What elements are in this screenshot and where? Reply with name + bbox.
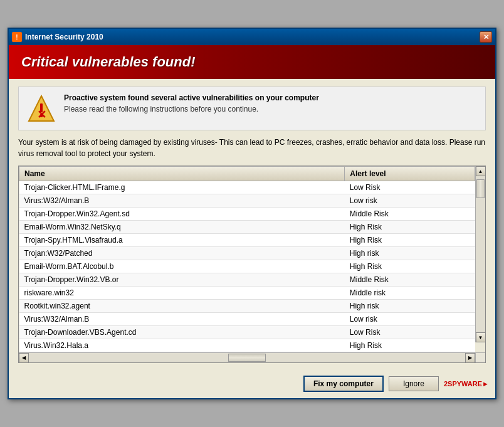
threat-name: Trojan-Dropper.Win32.Agent.sd [19, 208, 345, 221]
alert-level: High risk [345, 300, 475, 313]
alert-level: Low risk [345, 194, 475, 208]
scroll-right-arrow[interactable]: ▶ [465, 353, 475, 363]
table-row: Trojan-Dropper.Win32.VB.orMiddle Risk [19, 273, 475, 287]
watermark-brand: SPYWAR [448, 380, 478, 387]
watermark: 2SPYWARE► [444, 380, 489, 387]
threat-name: Virus:W32/Alman.B [19, 194, 345, 208]
threat-name: Trojan-Dropper.Win32.VB.or [19, 273, 345, 287]
threat-name: Trojan-Clicker.HTML.IFrame.g [19, 181, 345, 194]
table-header-row: Name Alert level [19, 167, 475, 181]
scroll-left-arrow[interactable]: ◀ [19, 353, 29, 363]
alert-level: Middle risk [345, 287, 475, 300]
threats-table: Name Alert level Trojan-Clicker.HTML.IFr… [19, 166, 475, 352]
main-window: ! Internet Security 2010 ✕ Critical vuln… [8, 28, 496, 399]
header-title: Critical vulnerables found! [21, 54, 483, 70]
content-area: ✕ Proactive system found several active … [9, 79, 495, 371]
table-row: Virus:W32/Alman.BLow risk [19, 313, 475, 326]
scroll-down-arrow[interactable]: ▼ [476, 332, 486, 342]
alert-level: Middle Risk [345, 273, 475, 287]
threat-name: Trojan-Spy.HTML.Visafraud.a [19, 234, 345, 247]
warning-icon: ✕ [26, 93, 56, 124]
alert-level: High risk [345, 247, 475, 260]
alert-level: High Risk [345, 339, 475, 352]
warning-main-text: Proactive system found several active vu… [64, 93, 319, 102]
scroll-track-vertical[interactable] [476, 176, 485, 332]
close-button[interactable]: ✕ [480, 31, 492, 43]
horizontal-scrollbar[interactable]: ◀ ▶ [19, 352, 485, 362]
table-row: Email-Worm.Win32.NetSky.qHigh Risk [19, 221, 475, 234]
col-alert-header: Alert level [345, 167, 475, 181]
fix-computer-button[interactable]: Fix my computer [303, 376, 384, 392]
alert-level: Low risk [345, 313, 475, 326]
warning-box: ✕ Proactive system found several active … [18, 87, 486, 130]
scroll-thumb-horizontal[interactable] [228, 354, 266, 362]
alert-level: High Risk [345, 221, 475, 234]
app-icon: ! [12, 32, 22, 42]
scroll-corner [475, 353, 485, 363]
table-row: Trojan-Spy.HTML.Visafraud.aHigh Risk [19, 234, 475, 247]
table-row: Virus:W32/Alman.BLow risk [19, 194, 475, 208]
button-bar: Fix my computer Ignore 2SPYWARE► [9, 371, 495, 398]
risk-description: Your system is at risk of being damaged … [18, 137, 486, 159]
threat-name: Email-Worm.BAT.Alcobul.b [19, 260, 345, 273]
col-name-header: Name [19, 167, 345, 181]
watermark-suffix: E► [478, 380, 489, 387]
threat-name: riskware.win32 [19, 287, 345, 300]
svg-text:✕: ✕ [37, 108, 46, 121]
threat-rows: Trojan-Clicker.HTML.IFrame.gLow RiskViru… [19, 181, 475, 352]
table-row: Trojan:W32/PatchedHigh risk [19, 247, 475, 260]
threat-name: Rootkit.win32.agent [19, 300, 345, 313]
alert-level: High Risk [345, 234, 475, 247]
window-title: Internet Security 2010 [25, 33, 103, 41]
threat-name: Virus.Win32.Hala.a [19, 339, 345, 352]
alert-level: Low Risk [345, 181, 475, 194]
vertical-scrollbar[interactable]: ▲ ▼ [475, 166, 485, 342]
alert-header: Critical vulnerables found! [9, 45, 495, 79]
table-row: Rootkit.win32.agentHigh risk [19, 300, 475, 313]
table-row: riskware.win32Middle risk [19, 287, 475, 300]
scroll-thumb-vertical[interactable] [476, 179, 485, 198]
scroll-up-arrow[interactable]: ▲ [476, 166, 486, 176]
threat-name: Trojan-Downloader.VBS.Agent.cd [19, 326, 345, 339]
scroll-track-horizontal[interactable] [29, 353, 465, 362]
alert-level: Low Risk [345, 326, 475, 339]
table-row: Trojan-Downloader.VBS.Agent.cdLow Risk [19, 326, 475, 339]
alert-level: Middle Risk [345, 208, 475, 221]
title-bar: ! Internet Security 2010 ✕ [9, 29, 495, 45]
threats-table-container: Name Alert level Trojan-Clicker.HTML.IFr… [18, 166, 486, 363]
alert-level: High Risk [345, 260, 475, 273]
warning-text-block: Proactive system found several active vu… [64, 93, 319, 113]
title-bar-content: ! Internet Security 2010 [12, 32, 103, 42]
warning-sub-text: Please read the following instructions b… [64, 105, 319, 113]
threat-name: Virus:W32/Alman.B [19, 313, 345, 326]
table-row: Trojan-Dropper.Win32.Agent.sdMiddle Risk [19, 208, 475, 221]
table-row: Virus.Win32.Hala.aHigh Risk [19, 339, 475, 352]
table-row: Email-Worm.BAT.Alcobul.bHigh Risk [19, 260, 475, 273]
ignore-button[interactable]: Ignore [389, 376, 439, 391]
table-row: Trojan-Clicker.HTML.IFrame.gLow Risk [19, 181, 475, 194]
table-wrapper[interactable]: Name Alert level Trojan-Clicker.HTML.IFr… [19, 166, 485, 352]
threat-name: Email-Worm.Win32.NetSky.q [19, 221, 345, 234]
threat-name: Trojan:W32/Patched [19, 247, 345, 260]
